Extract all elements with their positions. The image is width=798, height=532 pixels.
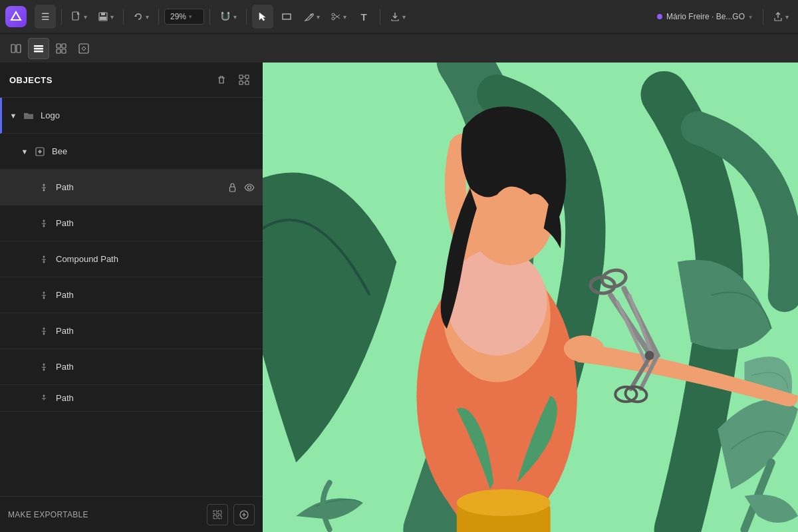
path-icon bbox=[37, 289, 51, 302]
group-object-button[interactable] bbox=[235, 70, 253, 89]
text-tool-button[interactable]: T bbox=[353, 5, 374, 29]
visibility-button[interactable] bbox=[243, 289, 256, 302]
undo-button[interactable]: ▾ bbox=[129, 5, 153, 29]
layer-item[interactable]: Path bbox=[0, 170, 263, 205]
visibility-button[interactable] bbox=[243, 253, 256, 266]
svg-rect-24 bbox=[245, 81, 249, 84]
svg-point-39 bbox=[43, 297, 45, 299]
layer-item[interactable]: Path bbox=[0, 313, 263, 349]
pages-icon bbox=[10, 43, 22, 55]
visibility-button[interactable] bbox=[243, 217, 256, 230]
secondary-toolbar bbox=[0, 33, 798, 63]
share-button[interactable]: ▾ bbox=[769, 5, 793, 29]
layer-name: Path bbox=[53, 362, 225, 372]
layer-name: Path bbox=[53, 218, 225, 228]
lock-button[interactable] bbox=[225, 289, 239, 302]
svg-point-45 bbox=[248, 329, 251, 332]
panel-bottom: MAKE EXPORTABLE bbox=[0, 496, 263, 532]
assets-panel-button[interactable] bbox=[51, 38, 72, 59]
svg-point-37 bbox=[248, 257, 251, 261]
path-icon bbox=[37, 325, 51, 338]
svg-rect-14 bbox=[34, 48, 43, 50]
layer-item[interactable]: ▼ Logo bbox=[0, 98, 263, 134]
separator-5 bbox=[246, 9, 247, 25]
scissors-icon bbox=[331, 11, 341, 22]
layer-name: Path bbox=[53, 290, 225, 300]
menu-icon: ☰ bbox=[41, 11, 50, 22]
layer-item[interactable]: Compound Path bbox=[0, 241, 263, 277]
rectangle-tool-button[interactable] bbox=[276, 5, 297, 29]
export-button[interactable]: ▾ bbox=[386, 5, 410, 29]
visibility-button[interactable] bbox=[243, 360, 256, 374]
layer-name: Path bbox=[53, 182, 225, 192]
delete-object-button[interactable] bbox=[212, 70, 231, 89]
lock-button[interactable] bbox=[225, 217, 239, 230]
undo-icon bbox=[133, 11, 144, 22]
save-button[interactable]: ▾ bbox=[94, 5, 118, 29]
expand-chevron[interactable]: ▼ bbox=[19, 146, 31, 158]
zoom-value: 29% bbox=[170, 12, 186, 21]
layer-item[interactable]: Path bbox=[0, 385, 263, 412]
user-dot bbox=[657, 14, 662, 19]
svg-point-42 bbox=[43, 327, 45, 329]
separator-1 bbox=[61, 9, 62, 25]
layer-name: Bee bbox=[49, 146, 256, 156]
select-export-icon bbox=[213, 510, 222, 519]
add-export-button[interactable] bbox=[233, 504, 255, 525]
layer-name: Path bbox=[53, 326, 225, 336]
scissors-tool-button[interactable]: ▾ bbox=[327, 5, 350, 29]
objects-panel: OBJECTS bbox=[0, 63, 263, 532]
layers-panel-button[interactable] bbox=[28, 38, 49, 59]
select-tool-button[interactable] bbox=[252, 5, 273, 29]
svg-rect-23 bbox=[239, 81, 243, 84]
layer-item[interactable]: ▼ Bee bbox=[0, 134, 263, 170]
lock-button[interactable] bbox=[225, 360, 239, 374]
file-button[interactable]: ▾ bbox=[67, 5, 91, 29]
svg-point-61 bbox=[564, 335, 604, 362]
visibility-button[interactable] bbox=[243, 181, 256, 194]
lock-button[interactable] bbox=[225, 181, 239, 194]
share-icon bbox=[773, 11, 783, 22]
panel-title: OBJECTS bbox=[9, 75, 53, 85]
zoom-display[interactable]: 29% ▾ bbox=[164, 9, 204, 25]
select-export-button[interactable] bbox=[207, 504, 228, 525]
group-icon bbox=[239, 74, 249, 85]
plus-icon bbox=[239, 510, 249, 519]
pen-chevron: ▾ bbox=[317, 13, 320, 21]
canvas-area[interactable] bbox=[263, 63, 798, 532]
svg-rect-52 bbox=[218, 511, 221, 514]
lock-button[interactable] bbox=[225, 253, 239, 266]
svg-point-46 bbox=[43, 363, 45, 365]
scissors-chevron: ▾ bbox=[343, 13, 346, 21]
svg-rect-11 bbox=[11, 45, 15, 53]
path-icon bbox=[37, 217, 51, 230]
svg-rect-44 bbox=[229, 331, 235, 335]
save-icon bbox=[98, 11, 108, 22]
assets-icon bbox=[55, 43, 67, 55]
layer-item[interactable]: Path bbox=[0, 277, 263, 313]
pen-icon bbox=[304, 11, 315, 22]
layer-item[interactable]: Path bbox=[0, 349, 263, 385]
svg-point-31 bbox=[43, 225, 45, 227]
folder-icon bbox=[22, 109, 35, 122]
separator-3 bbox=[158, 9, 159, 25]
pen-tool-button[interactable]: ▾ bbox=[300, 5, 324, 29]
svg-rect-6 bbox=[227, 12, 229, 14]
separator-7 bbox=[763, 9, 763, 25]
layer-item[interactable]: Path bbox=[0, 205, 263, 241]
expand-chevron[interactable]: ▼ bbox=[7, 110, 19, 122]
svg-point-41 bbox=[248, 293, 251, 297]
layers-icon bbox=[33, 43, 45, 55]
user-chevron: ▾ bbox=[749, 13, 752, 21]
file-chevron: ▾ bbox=[84, 13, 87, 21]
menu-button[interactable]: ☰ bbox=[35, 5, 56, 29]
snap-button[interactable]: ▾ bbox=[215, 5, 241, 29]
lock-button[interactable] bbox=[225, 325, 239, 338]
components-panel-button[interactable] bbox=[73, 38, 94, 59]
pages-panel-button[interactable] bbox=[5, 38, 27, 59]
svg-point-8 bbox=[311, 14, 313, 16]
svg-rect-36 bbox=[229, 259, 235, 263]
user-button[interactable]: Mário Freire · Be...GO ▾ bbox=[652, 9, 757, 24]
layer-name: Compound Path bbox=[53, 254, 225, 264]
visibility-button[interactable] bbox=[243, 325, 256, 338]
